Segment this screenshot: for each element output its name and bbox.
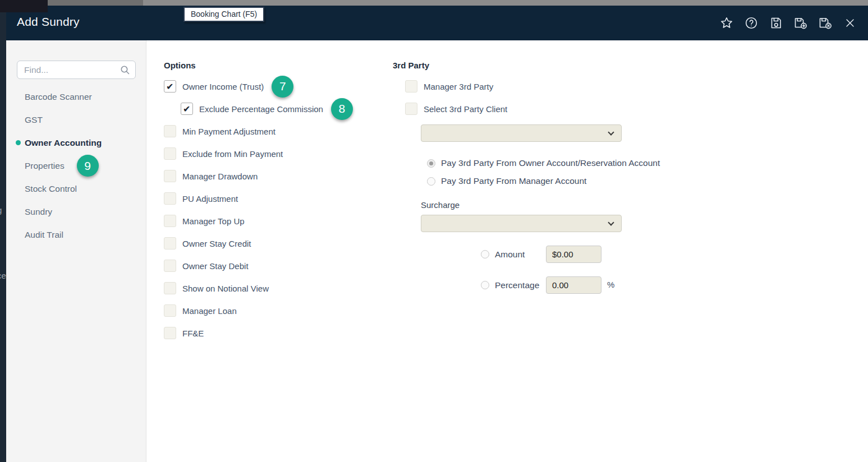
row-show-on-notional-view: Show on Notional View [164, 277, 388, 299]
background-window-edge-dark [48, 0, 143, 6]
sidebar-item-label: Sundry [25, 207, 52, 217]
amount-label: Amount [495, 250, 525, 260]
row-pu-adjustment: PU Adjustment [164, 187, 388, 210]
annotation-badge-7: 7 [272, 76, 293, 98]
select-value [421, 125, 621, 128]
row-select-3rd-party-client: Select 3rd Party Client [393, 98, 673, 120]
radio-percentage[interactable] [481, 281, 489, 289]
checkbox-owner-stay-debit[interactable] [164, 260, 176, 272]
checkbox-label: PU Adjustment [182, 194, 238, 204]
row-manager-loan: Manager Loan [164, 299, 388, 322]
checkbox-label: Manager 3rd Party [424, 82, 493, 91]
row-min-payment-adjustment: Min Payment Adjustment [164, 120, 388, 142]
row-ffe: FF&E [164, 322, 388, 344]
select-value [421, 215, 621, 219]
checkbox-label: Min Payment Adjustment [182, 127, 275, 136]
annotation-badge-8: 8 [331, 98, 353, 120]
save-remove-icon[interactable] [818, 16, 833, 30]
row-owner-stay-credit: Owner Stay Credit [164, 232, 388, 255]
background-window-edge [48, 0, 868, 6]
checkbox-label: Select 3rd Party Client [424, 104, 507, 114]
background-app-corner [0, 0, 48, 12]
checkbox-manager-drawdown[interactable] [164, 170, 176, 182]
checkbox-exclude-percentage-commission[interactable] [181, 103, 193, 115]
checkbox-select-3rd-party-client[interactable] [405, 103, 417, 115]
amount-input[interactable] [546, 246, 601, 263]
third-party-section: 3rd Party Manager 3rd Party Select 3rd P… [393, 61, 673, 294]
checkbox-label: Manager Loan [182, 306, 237, 316]
sidebar-item-barcode-scanner[interactable]: Barcode Scanner [6, 85, 146, 108]
row-exclude-percentage-commission: Exclude Percentage Commission 8 [164, 98, 388, 120]
checkbox-pu-adjustment[interactable] [164, 192, 176, 205]
close-icon[interactable] [843, 16, 857, 30]
sidebar-item-label: Barcode Scanner [25, 92, 92, 102]
row-manager-top-up: Manager Top Up [164, 210, 388, 232]
radio-pay-from-owner-account[interactable] [427, 159, 435, 168]
checkbox-manager-top-up[interactable] [164, 215, 176, 227]
save-add-icon[interactable] [793, 16, 808, 30]
surcharge-select[interactable] [421, 215, 622, 232]
active-dot-icon [16, 140, 21, 145]
checkbox-label: Owner Income (Trust) [182, 82, 264, 91]
checkbox-owner-stay-credit[interactable] [164, 237, 176, 250]
options-heading: Options [164, 61, 388, 72]
sidebar-item-sundry[interactable]: Sundry [6, 200, 146, 223]
percentage-input[interactable] [546, 276, 601, 294]
checkbox-label: Show on Notional View [182, 284, 269, 293]
chevron-down-icon [608, 129, 614, 135]
radio-pay-from-manager-account[interactable] [427, 177, 435, 186]
row-owner-stay-debit: Owner Stay Debit [164, 255, 388, 277]
checkbox-manager-3rd-party[interactable] [405, 80, 417, 93]
radio-row-pay-from-manager-account[interactable]: Pay 3rd Party From Manager Account [427, 172, 673, 190]
bg-text-fragment: ce [0, 271, 6, 280]
checkbox-manager-loan[interactable] [164, 304, 176, 317]
third-party-client-select[interactable] [421, 124, 622, 142]
pay-from-radio-group: Pay 3rd Party From Owner Account/Reserva… [427, 154, 673, 190]
dialog-body: Barcode Scanner GST Owner Accounting Pro… [6, 40, 868, 462]
search-input-wrapper [17, 61, 136, 79]
checkbox-min-payment-adjustment[interactable] [164, 125, 176, 137]
sidebar-item-label: Owner Accounting [25, 138, 102, 148]
percent-suffix: % [607, 280, 614, 289]
row-exclude-from-min-payment: Exclude from Min Payment [164, 142, 388, 165]
checkbox-show-on-notional-view[interactable] [164, 282, 176, 294]
options-section: Options Owner Income (Trust) 7 Exclude P… [164, 61, 388, 344]
star-icon[interactable] [719, 16, 734, 30]
dialog-header: Add Sundry Booking Chart (F5) [6, 6, 868, 40]
settings-sidebar: Barcode Scanner GST Owner Accounting Pro… [6, 40, 146, 462]
checkbox-exclude-from-min-payment[interactable] [164, 147, 176, 160]
radio-amount[interactable] [481, 250, 489, 258]
checkbox-label: Manager Drawdown [182, 172, 258, 181]
save-icon[interactable] [769, 16, 783, 30]
radio-label: Pay 3rd Party From Manager Account [441, 176, 586, 186]
sidebar-item-label: Audit Trail [25, 230, 63, 240]
header-toolbar [719, 6, 857, 40]
row-owner-income-trust: Owner Income (Trust) 7 [164, 75, 388, 98]
chevron-down-icon [608, 219, 614, 225]
third-party-heading: 3rd Party [393, 61, 673, 72]
sidebar-item-properties[interactable]: Properties 9 [6, 154, 146, 177]
row-manager-drawdown: Manager Drawdown [164, 165, 388, 187]
checkbox-owner-income-trust[interactable] [164, 80, 176, 93]
booking-chart-tooltip: Booking Chart (F5) [183, 7, 264, 22]
amount-row: Amount [393, 246, 673, 263]
checkbox-ffe[interactable] [164, 327, 176, 339]
sidebar-item-label: GST [25, 115, 43, 125]
percentage-row: Percentage % [393, 276, 673, 294]
sidebar-item-label: Stock Control [25, 184, 77, 194]
sidebar-item-owner-accounting[interactable]: Owner Accounting [6, 131, 146, 154]
radio-row-pay-from-owner-account[interactable]: Pay 3rd Party From Owner Account/Reserva… [427, 154, 673, 172]
surcharge-label: Surcharge [421, 200, 673, 210]
checkbox-label: Owner Stay Debit [182, 261, 249, 271]
checkbox-label: FF&E [182, 329, 204, 338]
sidebar-item-stock-control[interactable]: Stock Control [6, 177, 146, 200]
help-icon[interactable] [744, 16, 759, 30]
search-input[interactable] [17, 61, 114, 78]
sidebar-item-gst[interactable]: GST [6, 108, 146, 131]
main-content: Options Owner Income (Trust) 7 Exclude P… [146, 40, 868, 462]
sidebar-item-audit-trail[interactable]: Audit Trail [6, 223, 146, 246]
sidebar-item-label: Properties [25, 161, 65, 171]
checkbox-label: Exclude Percentage Commission [199, 104, 323, 114]
search-icon [120, 65, 130, 77]
checkbox-label: Owner Stay Credit [182, 239, 251, 248]
